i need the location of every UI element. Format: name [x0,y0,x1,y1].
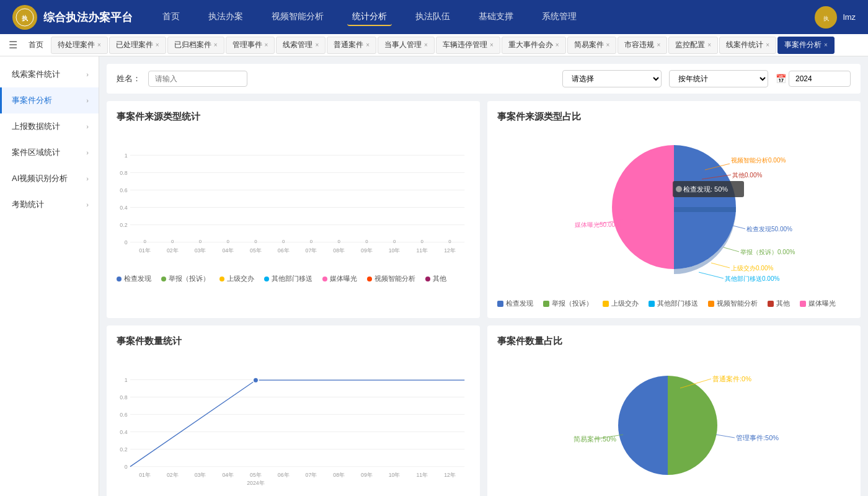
svg-text:0.6: 0.6 [120,187,127,193]
tab-close-button[interactable]: × [214,42,218,48]
svg-text:举报（投诉）0.00%: 举报（投诉）0.00% [740,249,795,255]
tab-item[interactable]: 已归档案件× [167,37,224,54]
tab-close-button[interactable]: × [657,42,660,48]
tab-close-button[interactable]: × [707,42,711,48]
sidebar-item[interactable]: 上报数据统计› [0,113,99,140]
tab-close-button[interactable]: × [265,42,268,48]
chevron-right-icon: › [86,201,89,208]
tab-item[interactable]: 当事人管理× [378,37,435,54]
chart3-card: 事案件数量统计 1 0.8 0.6 0.4 0.2 0 [107,326,480,496]
tab-item[interactable]: 事案件分析× [777,37,835,54]
svg-text:11年: 11年 [416,247,428,254]
nav-item-执法办案[interactable]: 执法办案 [203,9,248,26]
tab-close-button[interactable]: × [766,42,769,48]
chart3-area: 1 0.8 0.6 0.4 0.2 0 [117,357,470,494]
chevron-right-icon: › [86,71,89,78]
chart1-area: 1 0.8 0.6 0.4 0.2 0 01年 [117,133,470,269]
svg-text:0: 0 [125,239,128,246]
tab-close-button[interactable]: × [156,42,159,48]
header: 执 综合执法办案平台 首页执法办案视频智能分析统计分析执法队伍基础支撑系统管理 … [0,0,868,34]
svg-text:07年: 07年 [306,472,317,478]
nav-item-系统管理[interactable]: 系统管理 [537,9,582,26]
chart4-area: 普通案件:0% 简易案件:50% 管理事件:50% [497,357,851,496]
nav-item-视频智能分析[interactable]: 视频智能分析 [267,9,329,26]
nav-item-执法队伍[interactable]: 执法队伍 [410,9,455,26]
svg-text:06年: 06年 [278,247,290,254]
sidebar-item-label: 事案件分析 [12,95,52,106]
svg-text:11年: 11年 [416,472,428,478]
tab-home[interactable]: 首页 [22,40,50,50]
main-layout: 线索案件统计›事案件分析›上报数据统计›案件区域统计›AI视频识别分析›考勤统计… [0,56,868,496]
tabbar: ☰ 首页待处理案件×已处理案件×已归档案件×管理事件×线索管理×普通案件×当事人… [0,34,868,56]
svg-text:检查发现: 50%: 检查发现: 50% [683,185,728,193]
nav-item-基础支撑[interactable]: 基础支撑 [474,9,518,26]
svg-line-89 [716,435,735,438]
tab-close-button[interactable]: × [490,42,494,48]
svg-text:0.8: 0.8 [120,394,127,401]
tab-item[interactable]: 管理事件× [226,37,275,54]
category-select[interactable]: 请选择 [562,70,662,87]
year-input[interactable] [789,71,851,87]
chart4-card: 事案件数量占比 普通案件:0% 简易案件:50% [487,326,861,496]
svg-text:10年: 10年 [389,247,401,254]
tab-close-button[interactable]: × [556,42,559,48]
tab-item[interactable]: 监控配置× [668,37,718,54]
chart4-title: 事案件数量占比 [497,335,851,347]
tab-item[interactable]: 普通案件× [327,37,376,54]
sidebar: 线索案件统计›事案件分析›上报数据统计›案件区域统计›AI视频识别分析›考勤统计… [0,56,99,496]
svg-text:08年: 08年 [333,472,345,478]
name-input[interactable] [148,71,247,87]
sidebar-item-label: 上报数据统计 [12,121,60,132]
sidebar-item[interactable]: 线索案件统计› [0,61,99,87]
svg-text:05年: 05年 [250,247,262,254]
sidebar-item[interactable]: 事案件分析› [0,87,99,113]
svg-text:简易案件:50%: 简易案件:50% [574,435,616,443]
svg-text:12年: 12年 [444,247,456,254]
tab-item[interactable]: 市容违规× [618,37,667,54]
name-label: 姓名： [117,73,141,84]
sidebar-item[interactable]: 考勤统计› [0,192,99,218]
tab-close-button[interactable]: × [97,42,101,48]
tab-item[interactable]: 线索管理× [276,37,326,54]
svg-text:0: 0 [421,239,424,244]
svg-text:1: 1 [125,377,128,383]
stat-type-select[interactable]: 按年统计 [669,70,768,87]
tab-item[interactable]: 待处理案件× [51,37,108,54]
chevron-right-icon: › [86,149,89,156]
svg-text:1: 1 [125,153,128,159]
nav-item-首页[interactable]: 首页 [157,9,185,26]
svg-text:02年: 02年 [167,472,179,478]
sidebar-item[interactable]: AI视频识别分析› [0,166,99,192]
tab-close-button[interactable]: × [606,42,610,48]
filter-bar: 姓名： 请选择 按年统计 📅 [107,64,861,94]
svg-text:0: 0 [337,239,340,244]
tab-close-button[interactable]: × [424,42,428,48]
svg-text:09年: 09年 [361,472,373,478]
svg-text:视频智能分析0.00%: 视频智能分析0.00% [731,157,786,164]
tab-item[interactable]: 已处理案件× [109,37,166,54]
sidebar-item-label: 线索案件统计 [12,69,60,80]
svg-point-41 [676,186,682,192]
chart2-area: 检查发现: 50% 视频智能分析0.00% 其他0.00% 媒体曝光50.00% [497,133,851,294]
svg-text:04年: 04年 [222,247,234,254]
tab-close-button[interactable]: × [366,42,370,48]
tab-menu-button[interactable]: ☰ [5,39,21,51]
chart1-svg: 1 0.8 0.6 0.4 0.2 0 01年 [117,133,470,269]
tab-item[interactable]: 简易案件× [567,37,617,54]
svg-text:0: 0 [254,239,257,244]
tab-close-button[interactable]: × [315,42,319,48]
tab-item[interactable]: 重大事件会办× [502,37,566,54]
svg-text:08年: 08年 [333,247,345,254]
chart1-card: 事案件来源类型统计 1 0.8 0.6 0.4 0.2 0 [107,101,480,318]
svg-text:03年: 03年 [195,472,206,478]
nav-item-统计分析[interactable]: 统计分析 [347,9,392,26]
svg-text:执: 执 [823,16,828,22]
svg-text:0.6: 0.6 [120,412,127,418]
tab-item[interactable]: 车辆违停管理× [436,37,500,54]
tab-item[interactable]: 线案件统计× [719,37,776,54]
svg-line-55 [699,272,724,278]
svg-text:0: 0 [227,239,230,244]
sidebar-item[interactable]: 案件区域统计› [0,140,99,166]
tab-close-button[interactable]: × [824,42,828,48]
svg-text:05年: 05年 [250,472,262,478]
